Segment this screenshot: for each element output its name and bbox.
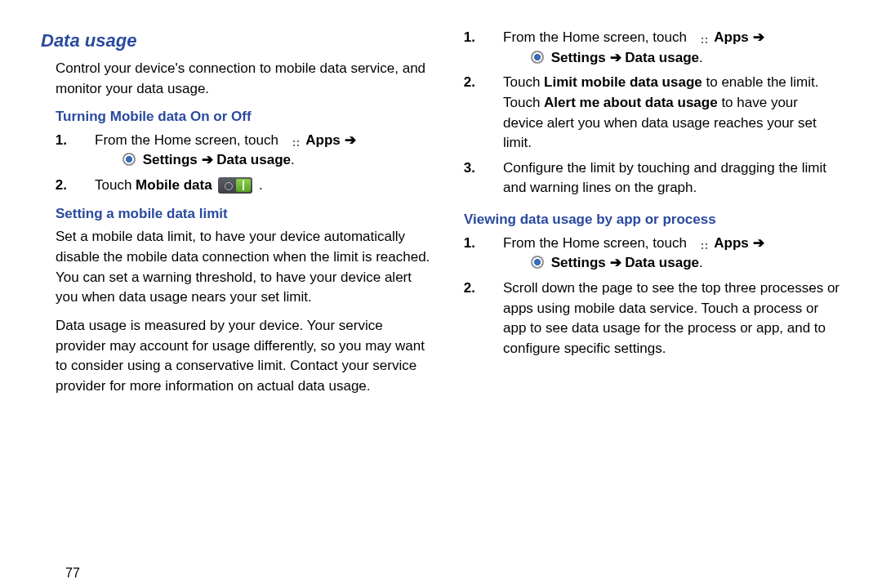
sec2-p2: Data usage is measured by your device. Y…: [41, 316, 433, 397]
apps-label: Apps: [305, 132, 341, 148]
settings-label: Settings: [551, 50, 606, 65]
r-s2a: Touch: [503, 74, 544, 90]
arrow-icon: ➔: [753, 235, 764, 251]
step2-text-a: Touch: [95, 177, 136, 193]
subheading-setting-limit: Setting a mobile data limit: [41, 204, 433, 225]
r2-s2: Scroll down the page to see the top thre…: [503, 280, 840, 356]
r-s3: Configure the limit by touching and drag…: [503, 160, 826, 196]
arrow-icon: ➔: [610, 255, 621, 270]
toggle-on-icon: [218, 177, 252, 194]
datausage-label: Data usage: [625, 50, 699, 65]
r-s2d: Alert me about data usage: [544, 95, 718, 110]
arrow-icon: ➔: [753, 29, 764, 45]
apps-label: Apps: [714, 235, 749, 251]
apps-icon: [693, 29, 709, 45]
arrow-icon: ➔: [610, 50, 621, 65]
settings-icon: [529, 254, 546, 270]
r-s2b: Limit mobile data usage: [544, 74, 702, 90]
arrow-icon: ➔: [202, 152, 213, 167]
subheading-viewing-by-app: Viewing data usage by app or process: [449, 210, 841, 230]
r2-step-2: 2. Scroll down the page to see the top t…: [479, 278, 841, 359]
step1-text-a: From the Home screen, touch: [95, 132, 283, 148]
arrow-icon: ➔: [345, 132, 356, 148]
apps-icon: [284, 131, 301, 148]
heading-data-usage: Data usage: [41, 28, 433, 54]
period: .: [699, 255, 703, 270]
apps-icon: [693, 234, 709, 251]
sec2-p1: Set a mobile data limit, to have your de…: [41, 227, 433, 308]
settings-icon: [121, 151, 137, 167]
r-step-1: 1. From the Home screen, touch Apps ➔ Se…: [479, 28, 841, 68]
r-step-2: 2. Touch Limit mobile data usage to enab…: [479, 73, 841, 154]
r2-step1-text-a: From the Home screen, touch: [503, 235, 691, 251]
settings-label: Settings: [551, 255, 606, 270]
intro-text: Control your device's connection to mobi…: [41, 59, 433, 99]
mobile-data-label: Mobile data: [136, 177, 212, 193]
subheading-turning-mobile-data: Turning Mobile data On or Off: [41, 107, 433, 127]
apps-label: Apps: [714, 29, 749, 45]
r2-step-1: 1. From the Home screen, touch Apps ➔ Se…: [479, 234, 841, 274]
settings-icon: [529, 49, 546, 65]
settings-label: Settings: [143, 152, 198, 167]
step-1: 1. From the Home screen, touch Apps ➔ Se…: [70, 131, 433, 171]
step-2: 2. Touch Mobile data .: [70, 176, 433, 196]
r-step1-text-a: From the Home screen, touch: [503, 29, 691, 45]
page-number: 77: [65, 564, 80, 582]
r-step-3: 3. Configure the limit by touching and d…: [479, 158, 841, 198]
datausage-label: Data usage: [625, 255, 699, 270]
datausage-label: Data usage: [216, 152, 291, 167]
period: .: [291, 152, 295, 167]
period: .: [259, 177, 263, 193]
period: .: [699, 50, 703, 65]
